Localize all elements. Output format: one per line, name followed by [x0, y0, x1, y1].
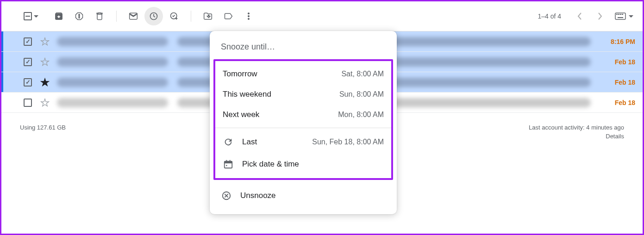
option-label: Last — [242, 137, 257, 147]
option-time: Sun, Feb 18, 8:00 AM — [312, 138, 384, 146]
row-checkbox[interactable] — [24, 78, 32, 87]
labels-button[interactable] — [219, 7, 238, 25]
snooze-menu: Snooze until… Tomorrow Sat, 8:00 AM This… — [210, 31, 397, 214]
option-label: Unsnooze — [240, 191, 276, 200]
snooze-option-weekend[interactable]: This weekend Sun, 8:00 AM — [215, 84, 391, 105]
svg-point-2 — [248, 13, 249, 14]
svg-point-3 — [248, 15, 249, 17]
svg-rect-8 — [620, 14, 621, 15]
archive-button[interactable] — [50, 7, 68, 25]
chevron-down-icon — [629, 15, 633, 18]
next-page-button[interactable] — [591, 7, 609, 25]
svg-point-4 — [248, 18, 249, 19]
move-to-button[interactable] — [199, 7, 217, 25]
email-time: Feb 18 — [598, 58, 635, 66]
select-all-dropdown[interactable] — [24, 12, 38, 20]
divider — [116, 11, 117, 22]
option-label: Next week — [223, 110, 338, 119]
row-checkbox[interactable] — [24, 58, 32, 66]
svg-rect-10 — [618, 17, 623, 18]
activity-text: Last account activity: 4 minutes ago — [529, 124, 624, 131]
sender-text — [57, 37, 168, 46]
option-time: Sun, 8:00 AM — [339, 90, 384, 99]
option-label: Pick date & time — [242, 160, 384, 169]
select-all-checkbox[interactable] — [24, 12, 32, 20]
divider — [215, 128, 391, 128]
more-button[interactable] — [239, 7, 258, 25]
option-label: Tomorrow — [223, 69, 341, 79]
toolbar: 1–4 of 4 — [1, 1, 643, 31]
svg-rect-9 — [622, 14, 623, 15]
prev-page-button[interactable] — [570, 7, 589, 25]
cancel-icon — [221, 190, 232, 201]
snooze-option-last[interactable]: Last Sun, Feb 18, 8:00 AM — [215, 131, 391, 153]
calendar-icon — [223, 159, 234, 170]
svg-rect-14 — [230, 160, 231, 162]
delete-button[interactable] — [90, 7, 109, 25]
snooze-button[interactable] — [144, 7, 163, 25]
star-icon[interactable] — [40, 37, 50, 46]
svg-rect-6 — [616, 14, 618, 15]
snooze-title: Snooze until… — [210, 31, 397, 59]
storage-text: Using 127.61 GB — [20, 124, 66, 142]
unsnooze-option[interactable]: Unsnooze — [210, 185, 397, 207]
snooze-option-nextweek[interactable]: Next week Mon, 8:00 AM — [215, 105, 391, 125]
email-time: Feb 18 — [598, 79, 635, 86]
details-link[interactable]: Details — [529, 133, 624, 140]
option-time: Sat, 8:00 AM — [341, 70, 384, 78]
email-time: 8:16 PM — [598, 38, 635, 45]
option-time: Mon, 8:00 AM — [338, 111, 384, 119]
svg-rect-12 — [225, 161, 232, 164]
snooze-option-tomorrow[interactable]: Tomorrow Sat, 8:00 AM — [215, 64, 391, 84]
redo-icon — [223, 136, 234, 148]
mark-unread-button[interactable] — [124, 7, 143, 25]
star-icon[interactable] — [40, 57, 50, 67]
star-icon[interactable] — [40, 98, 50, 107]
email-time: Feb 18 — [598, 99, 635, 106]
row-checkbox[interactable] — [24, 99, 32, 107]
sender-text — [57, 57, 168, 67]
svg-rect-13 — [226, 160, 227, 162]
svg-point-15 — [226, 165, 227, 166]
add-to-tasks-button[interactable] — [165, 7, 183, 25]
option-label: This weekend — [223, 90, 339, 99]
sender-text — [57, 98, 168, 107]
chevron-down-icon — [34, 15, 38, 18]
pagination-label: 1–4 of 4 — [538, 12, 561, 20]
row-checkbox[interactable] — [24, 37, 32, 46]
divider — [191, 11, 191, 22]
sender-text — [57, 78, 168, 87]
snooze-option-pick[interactable]: Pick date & time — [215, 153, 391, 175]
highlighted-area: Tomorrow Sat, 8:00 AM This weekend Sun, … — [213, 59, 393, 180]
svg-rect-7 — [618, 14, 619, 15]
star-icon[interactable] — [40, 78, 50, 87]
report-spam-button[interactable] — [70, 7, 88, 25]
input-tools-button[interactable] — [615, 12, 633, 20]
